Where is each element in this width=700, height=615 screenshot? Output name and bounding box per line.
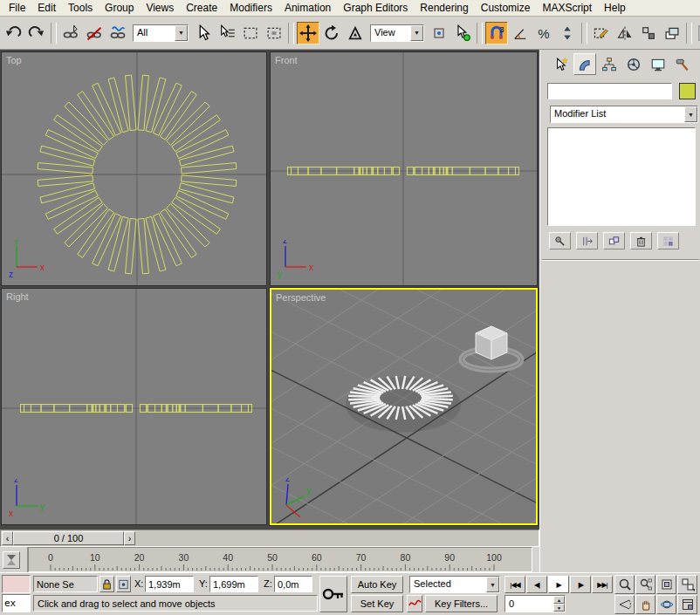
rectangular-selection-region-button[interactable]	[239, 22, 262, 44]
time-previous-button[interactable]: ‹	[2, 531, 13, 545]
menu-maxscript[interactable]: MAXScript	[536, 0, 598, 16]
selection-filter-dropdown[interactable]: All▼	[133, 24, 189, 42]
open-mini-curve-editor-button[interactable]	[3, 551, 20, 569]
modifier-list-dropdown[interactable]: Modifier List ▼	[550, 106, 698, 123]
unlink-selection-button[interactable]	[83, 22, 106, 44]
select-and-move-button[interactable]	[297, 22, 319, 44]
align-button[interactable]	[637, 22, 660, 44]
dropdown-arrow-icon[interactable]: ▼	[410, 25, 423, 41]
menu-group[interactable]: Group	[99, 0, 140, 16]
current-frame-field[interactable]: 0 ▲ ▼	[504, 595, 566, 612]
edit-named-selection-sets-button[interactable]	[590, 22, 613, 44]
percent-snap-toggle-button[interactable]: %	[532, 22, 555, 44]
zoom-region-button[interactable]	[614, 595, 635, 614]
menu-customize[interactable]: Customize	[475, 0, 537, 16]
x-coordinate-field[interactable]: 1,939m	[145, 576, 194, 592]
menu-animation[interactable]: Animation	[278, 0, 337, 16]
z-coordinate-field[interactable]: 0,0m	[274, 576, 312, 592]
zoom-extents-button[interactable]	[656, 575, 676, 594]
viewport-front[interactable]: Front zxy	[270, 51, 538, 286]
default-tangent-button[interactable]	[407, 595, 422, 612]
modifier-stack-list[interactable]	[547, 127, 696, 226]
tab-create[interactable]	[549, 53, 572, 75]
select-by-name-button[interactable]	[216, 22, 238, 44]
go-to-end-button[interactable]: ▶▶|	[592, 576, 613, 593]
configure-modifier-sets-button[interactable]	[657, 232, 679, 249]
layer-manager-button[interactable]	[661, 22, 683, 44]
pin-stack-button[interactable]	[549, 232, 571, 249]
previous-frame-button[interactable]: ◀|	[526, 576, 547, 593]
time-slider-track[interactable]: ‹ 0 / 100 ›	[0, 530, 539, 547]
viewport-label-top[interactable]: Top	[6, 55, 22, 65]
select-object-button[interactable]	[192, 22, 215, 44]
select-and-rotate-button[interactable]	[320, 22, 343, 44]
tab-display[interactable]	[647, 53, 669, 75]
menu-file[interactable]: File	[3, 0, 31, 16]
auto-key-toggle[interactable]: Auto Key	[351, 576, 403, 593]
play-button[interactable]: ▶	[548, 576, 569, 593]
maxscript-mini-listener[interactable]: ex	[2, 594, 31, 612]
time-next-button[interactable]: ›	[124, 531, 135, 545]
zoom-all-button[interactable]	[635, 575, 655, 594]
spinner-up-icon[interactable]: ▲	[553, 596, 565, 604]
menu-help[interactable]: Help	[598, 0, 632, 16]
bind-to-space-warp-button[interactable]	[106, 22, 129, 44]
absolute-mode-toggle[interactable]	[116, 576, 131, 592]
menu-tools[interactable]: Tools	[62, 0, 99, 16]
key-mode-dropdown[interactable]: Selected ▼	[409, 576, 500, 593]
pan-button[interactable]	[635, 595, 655, 614]
reference-coordinate-system-dropdown[interactable]: View▼	[370, 24, 424, 42]
viewport-label-perspective[interactable]: Perspective	[276, 292, 326, 303]
select-and-scale-button[interactable]	[344, 22, 367, 44]
select-and-manipulate-button[interactable]	[451, 22, 474, 44]
go-to-start-button[interactable]: |◀◀	[504, 576, 525, 593]
remove-modifier-button[interactable]	[630, 232, 652, 249]
tab-motion[interactable]	[622, 53, 645, 75]
dropdown-arrow-icon[interactable]: ▼	[486, 577, 499, 592]
zoom-button[interactable]	[614, 575, 635, 594]
menu-modifiers[interactable]: Modifiers	[223, 0, 278, 16]
object-color-swatch[interactable]	[679, 83, 696, 99]
viewport-label-right[interactable]: Right	[6, 291, 29, 302]
undo-button[interactable]	[2, 22, 24, 44]
tab-hierarchy[interactable]	[598, 53, 621, 75]
tab-utilities[interactable]	[671, 53, 694, 75]
mirror-button[interactable]	[614, 22, 636, 44]
time-slider-handle[interactable]: 0 / 100	[13, 531, 124, 545]
tab-modify[interactable]	[573, 53, 596, 75]
menu-rendering[interactable]: Rendering	[414, 0, 474, 16]
y-coordinate-field[interactable]: 1,699m	[209, 576, 258, 592]
zoom-extents-all-button[interactable]	[677, 575, 697, 594]
set-keys-button[interactable]	[319, 576, 347, 612]
spinner-snap-toggle-button[interactable]	[556, 22, 579, 44]
key-filters-button[interactable]: Key Filters...	[425, 595, 498, 612]
make-unique-button[interactable]	[603, 232, 625, 249]
menu-graph-editors[interactable]: Graph Editors	[337, 0, 414, 16]
arc-rotate-button[interactable]	[656, 595, 676, 614]
menu-edit[interactable]: Edit	[31, 0, 62, 16]
dropdown-arrow-icon[interactable]: ▼	[684, 106, 697, 122]
maximize-viewport-toggle-button[interactable]	[677, 595, 697, 614]
show-end-result-button[interactable]	[576, 232, 598, 249]
next-frame-button[interactable]: |▶	[570, 576, 591, 593]
use-pivot-point-center-button[interactable]	[428, 22, 450, 44]
timeline-ruler[interactable]: 0102030405060708090100	[28, 547, 532, 572]
select-and-link-button[interactable]	[59, 22, 82, 44]
set-key-toggle[interactable]: Set Key	[351, 595, 403, 612]
selection-lock-toggle[interactable]	[100, 576, 114, 592]
object-name-input[interactable]	[547, 83, 672, 99]
viewport-perspective[interactable]: Perspective zyx	[270, 288, 538, 525]
angle-snap-toggle-button[interactable]	[509, 22, 532, 44]
maxscript-listener-macro[interactable]	[2, 575, 31, 593]
snaps-toggle-button[interactable]: 3	[485, 22, 508, 44]
menu-views[interactable]: Views	[140, 0, 180, 16]
menu-create[interactable]: Create	[180, 0, 223, 16]
viewport-top[interactable]: Top yxz	[1, 51, 267, 286]
redo-button[interactable]	[25, 22, 48, 44]
dropdown-arrow-icon[interactable]: ▼	[175, 25, 188, 41]
spinner-down-icon[interactable]: ▼	[553, 604, 565, 612]
viewport-label-front[interactable]: Front	[275, 55, 298, 65]
viewport-right[interactable]: Right zyx	[1, 288, 267, 525]
window-crossing-toggle-button[interactable]	[263, 22, 285, 44]
curve-editor-button[interactable]	[695, 22, 700, 44]
